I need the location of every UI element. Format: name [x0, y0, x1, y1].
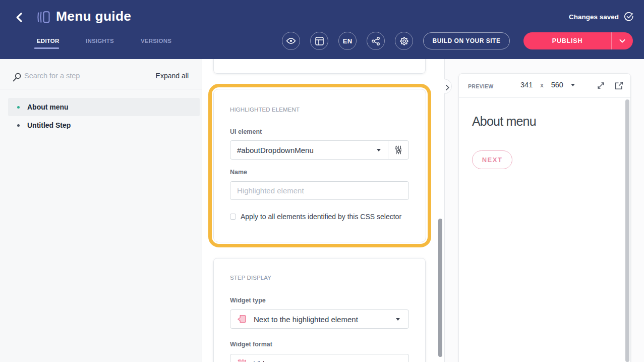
step-search-input[interactable]	[24, 70, 140, 81]
widget-type-label: Widget type	[230, 297, 266, 304]
preview-height: 560	[551, 81, 563, 89]
layout-button[interactable]	[310, 32, 328, 50]
widget-format-label: Widget format	[230, 341, 272, 348]
highlighted-card-focus-ring: HIGHLIGHTED ELEMENT UI element #aboutDro…	[208, 84, 431, 247]
select-caret-icon	[571, 84, 575, 86]
apply-to-all-checkbox[interactable]	[230, 214, 236, 220]
external-link-icon	[615, 81, 623, 90]
widget-format-value: Video	[254, 359, 396, 362]
check-circle-icon	[624, 12, 633, 23]
layout-icon	[315, 37, 324, 45]
expand-all-link[interactable]: Expand all	[156, 72, 189, 80]
sliders-icon	[395, 145, 401, 154]
step-item-label: About menu	[27, 103, 69, 111]
preview-header: PREVIEW 341 x 560	[459, 74, 630, 98]
active-tab-underline	[34, 47, 59, 49]
build-on-your-site-button[interactable]: BUILD ON YOUR SITE	[423, 32, 510, 49]
step-display-card: STEP DISPLAY Widget type Next to the hig…	[213, 258, 426, 362]
language-button-label: EN	[343, 37, 353, 45]
language-button[interactable]: EN	[338, 32, 357, 50]
selector-advanced-settings-button[interactable]	[388, 141, 408, 159]
tooltip-widget-icon	[237, 315, 246, 324]
section-title: HIGHLIGHTED ELEMENT	[230, 107, 300, 113]
back-button[interactable]	[13, 10, 25, 24]
chevron-right-icon	[446, 83, 449, 92]
widget-format-select[interactable]: Video	[230, 354, 409, 362]
widget-type-value: Next to the highlighted element	[254, 315, 396, 324]
preview-width: 341	[520, 81, 533, 89]
step-search-bar: Expand all	[0, 59, 202, 89]
step-item-about-menu[interactable]: About menu	[8, 98, 200, 116]
publish-button-label[interactable]: PUBLISH	[523, 32, 612, 49]
select-caret-icon	[396, 318, 400, 321]
preview-title: PREVIEW	[468, 83, 494, 89]
settings-card-partial	[213, 59, 426, 74]
share-icon	[372, 37, 380, 45]
dimension-separator: x	[540, 81, 544, 89]
apply-to-all-label: Apply to all elements identified by this…	[241, 213, 401, 221]
section-title: STEP DISPLAY	[230, 275, 271, 281]
next-button[interactable]: NEXT	[472, 150, 512, 169]
panel-divider	[444, 59, 445, 362]
publish-dropdown-toggle[interactable]	[612, 32, 633, 49]
driven-action-icon	[237, 359, 246, 362]
search-icon	[13, 73, 21, 84]
name-label: Name	[230, 169, 247, 176]
ui-element-label: UI element	[230, 128, 262, 135]
page-title: Menu guide	[56, 9, 131, 24]
step-status-dot	[17, 106, 20, 109]
preview-scrollbar-thumb[interactable]	[625, 99, 629, 362]
gear-icon	[399, 36, 409, 46]
steps-sidebar: Expand all About menu Untitled Step	[0, 59, 202, 362]
tab-versions[interactable]: VERSIONS	[141, 38, 171, 44]
chevron-down-icon	[619, 39, 625, 43]
apply-to-all-row: Apply to all elements identified by this…	[230, 213, 401, 221]
app-logo-icon	[37, 11, 51, 25]
tab-insights[interactable]: INSIGHTS	[86, 38, 114, 44]
step-status-dot	[17, 124, 20, 127]
changes-saved-status: Changes saved	[569, 13, 619, 21]
publish-button[interactable]: PUBLISH	[523, 32, 633, 49]
name-input[interactable]	[230, 181, 409, 200]
highlighted-element-card: HIGHLIGHTED ELEMENT UI element #aboutDro…	[213, 89, 426, 242]
step-settings-panel: HIGHLIGHTED ELEMENT UI element #aboutDro…	[202, 59, 444, 362]
open-in-new-tab-button[interactable]	[615, 81, 623, 92]
settings-button[interactable]	[395, 32, 413, 50]
share-button[interactable]	[367, 32, 385, 50]
ui-element-select-group: #aboutDropdownMenu	[230, 140, 409, 160]
tab-editor[interactable]: EDITOR	[37, 38, 59, 44]
app-header: Menu guide Changes saved EDITOR INSIGHTS…	[0, 0, 644, 59]
widget-type-select[interactable]: Next to the highlighted element	[230, 309, 409, 329]
select-caret-icon	[377, 149, 381, 151]
preview-dimensions-select[interactable]: 341 x 560	[520, 81, 575, 89]
ui-element-select-value: #aboutDropdownMenu	[237, 146, 377, 154]
editor-scrollbar-thumb[interactable]	[438, 219, 442, 357]
step-item-label: Untitled Step	[27, 121, 71, 129]
back-chevron-icon	[16, 13, 22, 22]
ui-element-select[interactable]: #aboutDropdownMenu	[230, 141, 388, 159]
expand-preview-button[interactable]	[597, 81, 605, 92]
preview-card: PREVIEW 341 x 560 About menu NEXT	[458, 73, 631, 362]
expand-arrows-icon	[597, 81, 605, 90]
preview-step-heading: About menu	[472, 114, 536, 129]
preview-eye-button[interactable]	[282, 32, 300, 50]
collapse-panel-tab[interactable]	[444, 79, 453, 94]
step-item-untitled-step[interactable]: Untitled Step	[8, 116, 200, 134]
eye-icon	[286, 37, 296, 44]
